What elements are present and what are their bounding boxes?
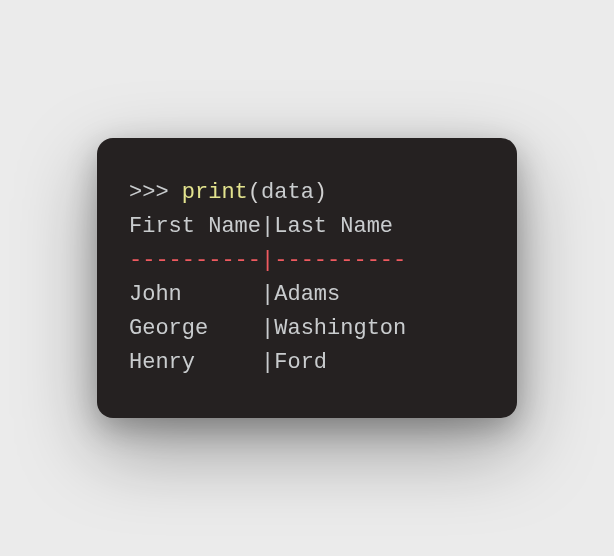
function-name: print — [182, 180, 248, 205]
terminal-window: >>> print(data) First Name|Last Name ---… — [97, 138, 517, 419]
prompt: >>> — [129, 180, 182, 205]
table-row: John |Adams — [129, 278, 485, 312]
close-paren: ) — [314, 180, 327, 205]
table-row: Henry |Ford — [129, 346, 485, 380]
table-header: First Name|Last Name — [129, 210, 485, 244]
open-paren: ( — [248, 180, 261, 205]
argument: data — [261, 180, 314, 205]
table-row: George |Washington — [129, 312, 485, 346]
input-line: >>> print(data) — [129, 176, 485, 210]
table-separator: ----------|---------- — [129, 244, 485, 278]
